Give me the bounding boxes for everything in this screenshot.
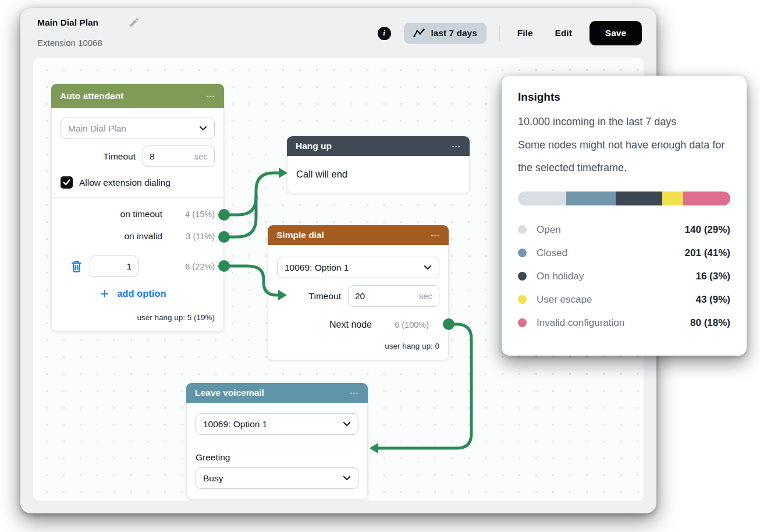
legend-dot-on-holiday	[518, 272, 527, 281]
node-leave-voicemail[interactable]: Leave voicemail ... 10069: Option 1 Gree…	[186, 383, 368, 499]
voicemail-box-select-value: 10069: Option 1	[203, 419, 343, 430]
allow-extension-label: Allow extension dialing	[79, 178, 171, 188]
insights-panel: Insights 10.000 incoming in the last 7 d…	[502, 76, 747, 356]
timeout-unit: sec	[419, 291, 432, 301]
legend-value: 16 (3%)	[695, 271, 730, 282]
on-invalid-row: on invalid 3 (11%)	[61, 228, 215, 245]
insights-line1: 10.000 incoming in the last 7 days	[518, 111, 730, 134]
legend-row-closed: Closed 201 (41%)	[518, 242, 730, 265]
legend-value: 80 (18%)	[690, 317, 730, 329]
chevron-down-icon	[199, 126, 207, 131]
trend-chart-icon	[413, 29, 425, 38]
extension-subtitle: Extension 10068	[37, 38, 102, 48]
file-menu[interactable]: File	[513, 24, 538, 42]
node-title: Simple dial	[276, 230, 324, 240]
legend-label: On holiday	[537, 271, 695, 282]
legend-label: Closed	[537, 247, 685, 259]
timeout-field: sec	[348, 285, 439, 307]
legend-label: Invalid configuration	[537, 317, 690, 329]
more-options-icon[interactable]: ...	[452, 144, 461, 148]
hangup-stat-footer: user hang up: 5 (19%)	[61, 313, 215, 322]
header-divider	[499, 25, 500, 41]
greeting-label: Greeting	[196, 452, 358, 463]
node-title: Auto attendant	[60, 91, 123, 101]
option-key-field	[90, 256, 138, 277]
page-title: Main Dial Plan	[37, 17, 98, 28]
node-simple-dial[interactable]: Simple dial ... 10069: Option 1 Timeout …	[268, 225, 449, 360]
save-button[interactable]: Save	[589, 21, 642, 45]
bar-segment-user-escape	[662, 191, 683, 205]
voicemail-box-select[interactable]: 10069: Option 1	[196, 413, 358, 435]
extension-select[interactable]: 10069: Option 1	[277, 257, 439, 278]
on-invalid-stat: 3 (11%)	[169, 232, 215, 241]
chevron-down-icon	[343, 476, 351, 481]
on-timeout-stat: 4 (15%)	[169, 210, 215, 219]
on-invalid-label: on invalid	[125, 231, 163, 242]
next-node-row: Next node 6 (100%)	[277, 316, 439, 334]
edit-menu[interactable]: Edit	[551, 24, 577, 42]
legend-row-user-escape: User escape 43 (9%)	[518, 288, 730, 311]
plus-icon: +	[100, 288, 109, 299]
legend-row-on-holiday: On holiday 16 (3%)	[518, 265, 730, 288]
insights-line2: Some nodes might not have enough data fo…	[518, 134, 730, 180]
timeout-label: Timeout	[104, 151, 136, 162]
legend-row-open: Open 140 (29%)	[518, 218, 730, 242]
insights-title: Insights	[518, 91, 730, 104]
next-node-label: Next node	[329, 320, 372, 330]
legend-dot-open	[518, 225, 527, 234]
option-row: 6 (22%)	[61, 256, 215, 277]
checkmark-icon	[63, 179, 70, 186]
node-title: Hang up	[296, 141, 332, 151]
timeframe-button[interactable]: last 7 days	[404, 23, 486, 44]
node-auto-attendant[interactable]: Auto attendant ... Main Dial Plan Timeou…	[51, 84, 224, 332]
node-hang-up[interactable]: Hang up ... Call will end	[287, 136, 470, 193]
arrowhead-voicemail	[370, 443, 378, 453]
node-title: Leave voicemail	[195, 388, 264, 398]
delete-option-trash-icon[interactable]	[70, 260, 83, 273]
option-key-input[interactable]	[97, 261, 132, 272]
timeout-input[interactable]	[355, 291, 415, 302]
header-actions: i last 7 days File Edit Save	[378, 8, 642, 58]
chevron-down-icon	[343, 421, 351, 427]
more-options-icon[interactable]: ...	[431, 233, 440, 237]
node-leave-voicemail-header: Leave voicemail ...	[186, 383, 368, 403]
arrowhead-hangup	[279, 168, 287, 178]
on-timeout-row: on timeout 4 (15%)	[61, 205, 215, 223]
hangup-stat-footer: user hang up: 0	[277, 342, 439, 350]
timeout-unit: sec	[194, 151, 208, 161]
legend-value: 140 (29%)	[685, 224, 730, 236]
node-hang-up-header: Hang up ...	[287, 136, 470, 156]
timeout-field: sec	[143, 146, 215, 167]
legend-value: 43 (9%)	[695, 294, 730, 306]
bar-segment-invalid-configuration	[683, 191, 730, 205]
chevron-down-icon	[424, 265, 432, 270]
timeout-input[interactable]	[150, 151, 191, 162]
on-timeout-label: on timeout	[120, 209, 162, 219]
add-option-button[interactable]: + add option	[100, 288, 215, 299]
header-bar: Main Dial Plan Extension 10068 i last 7 …	[20, 8, 656, 58]
more-options-icon[interactable]: ...	[206, 94, 215, 98]
legend-value: 201 (41%)	[685, 247, 730, 259]
extension-select-value: 10069: Option 1	[285, 263, 424, 273]
greeting-select[interactable]: Busy	[196, 467, 358, 489]
insights-stacked-bar	[518, 191, 730, 205]
allow-extension-checkbox[interactable]	[61, 176, 73, 189]
more-options-icon[interactable]: ...	[350, 391, 359, 395]
legend-label: Open	[537, 224, 685, 236]
legend-label: User escape	[537, 294, 695, 306]
legend-dot-invalid-configuration	[518, 318, 527, 327]
timeout-label: Timeout	[309, 291, 341, 302]
option-stat: 6 (22%)	[145, 262, 215, 271]
bar-segment-on-holiday	[616, 191, 662, 205]
edit-title-pencil-icon[interactable]	[128, 17, 140, 29]
bar-segment-closed	[566, 191, 616, 205]
info-icon[interactable]: i	[378, 27, 391, 40]
legend-row-invalid-configuration: Invalid configuration 80 (18%)	[518, 311, 730, 335]
insights-legend: Open 140 (29%) Closed 201 (41%) On holid…	[518, 218, 730, 335]
dial-plan-select[interactable]: Main Dial Plan	[61, 118, 215, 139]
dial-plan-select-value: Main Dial Plan	[68, 123, 199, 134]
bar-segment-open	[518, 191, 566, 205]
hang-up-body-text: Call will end	[296, 169, 347, 180]
timeframe-label: last 7 days	[431, 28, 477, 38]
legend-dot-user-escape	[518, 295, 527, 304]
